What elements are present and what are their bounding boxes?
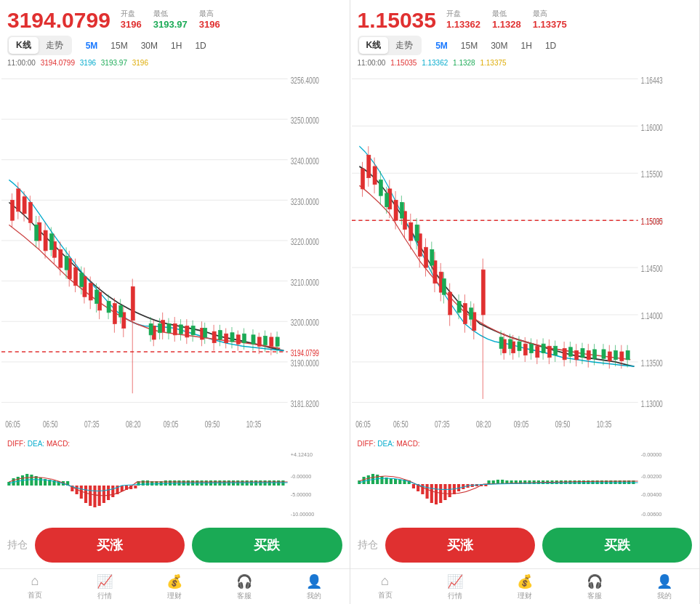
left-nav-home[interactable]: ⌂ 首页 [0,573,70,601]
svg-text:-5.00000: -5.00000 [291,492,312,498]
svg-rect-137 [218,331,222,339]
right-period-1h[interactable]: 1H [516,39,537,53]
left-tab-kline[interactable]: K线 [9,37,39,54]
svg-rect-442 [434,484,437,504]
left-nav-finance[interactable]: 💰 理财 [140,573,209,601]
svg-rect-218 [93,486,96,507]
left-low-value: 3193.97 [153,19,188,30]
left-period-5m[interactable]: 5M [81,39,103,53]
svg-rect-128 [179,325,182,334]
svg-rect-303 [547,346,551,357]
svg-rect-440 [425,484,428,499]
svg-rect-422 [568,480,571,484]
left-nav-service[interactable]: 🎧 客服 [209,573,279,601]
right-nav-home[interactable]: ⌂ 首页 [350,573,420,601]
svg-rect-171 [30,475,33,486]
svg-text:1.14500: 1.14500 [640,264,662,274]
svg-text:06:05: 06:05 [355,419,371,429]
right-action-bar: 持仓 买涨 买跌 [350,522,700,568]
left-buy-down-button[interactable]: 买跌 [192,528,342,563]
svg-rect-375 [613,350,617,359]
right-nav-market[interactable]: 📈 行情 [420,573,490,601]
svg-rect-140 [230,333,234,342]
right-panel: 1.15035 开盘 1.13362 最低 1.1328 最高 1.13375 … [350,0,701,604]
left-open-item: 开盘 3196 [121,9,142,30]
left-tab-trend[interactable]: 走势 [39,37,71,54]
left-info-v2: 3196 [80,59,96,67]
svg-rect-53 [89,283,92,300]
svg-rect-23 [17,189,20,212]
right-buy-down-button[interactable]: 买跌 [542,528,692,563]
svg-rect-125 [167,323,171,332]
right-nav-finance[interactable]: 💰 理财 [490,573,560,601]
left-nav-market[interactable]: 📈 行情 [70,573,140,601]
left-home-icon: ⌂ [31,573,39,589]
svg-rect-357 [542,344,545,353]
left-period-15m[interactable]: 15M [105,39,132,53]
svg-text:08:20: 08:20 [475,419,491,429]
svg-rect-270 [424,247,427,267]
left-period-30m[interactable]: 30M [136,39,163,53]
left-buy-up-button[interactable]: 买涨 [35,528,185,563]
svg-text:3220.0000: 3220.0000 [291,236,319,246]
left-high-label: 最高 [199,9,214,19]
svg-rect-221 [107,486,110,500]
left-period-1d[interactable]: 1D [190,39,211,53]
right-tab-trend[interactable]: 走势 [388,37,420,54]
right-main-price: 1.15035 [358,9,436,31]
svg-rect-378 [626,350,629,359]
right-nav-service[interactable]: 🎧 客服 [560,573,629,601]
left-high-value: 3196 [199,19,220,30]
svg-text:06:50: 06:50 [393,419,408,429]
right-buy-up-button[interactable]: 买涨 [385,528,535,563]
svg-rect-173 [39,478,42,486]
right-tab-kline[interactable]: K线 [359,37,389,54]
svg-rect-333 [430,249,433,265]
right-macd-label: DIFF: DEA: MACD: [350,438,700,449]
svg-text:-0.00200: -0.00200 [640,474,661,480]
right-info-v1: 1.15035 [390,59,417,67]
right-nav-service-label: 客服 [587,591,602,601]
svg-rect-65 [131,286,134,320]
svg-text:-0.00600: -0.00600 [640,512,661,518]
right-period-30m[interactable]: 30M [486,39,512,53]
svg-rect-288 [481,270,485,315]
svg-rect-428 [595,480,598,484]
svg-rect-86 [225,334,228,342]
right-period-5m[interactable]: 5M [430,39,453,53]
left-hold-text: 持仓 [7,539,28,552]
right-service-icon: 🎧 [587,573,603,589]
right-high-item: 最高 1.13375 [533,9,567,30]
right-nav-profile[interactable]: 👤 我的 [629,573,699,601]
svg-rect-366 [580,348,584,357]
right-price-header: 1.15035 开盘 1.13362 最低 1.1328 最高 1.13375 [350,6,700,33]
svg-rect-216 [84,486,87,503]
svg-rect-339 [457,301,461,312]
left-period-1h[interactable]: 1H [166,39,187,53]
svg-text:+4.12410: +4.12410 [291,452,313,458]
left-info-time: 11:00:00 [7,59,36,67]
svg-rect-35 [44,230,47,251]
svg-rect-119 [149,323,153,334]
right-period-15m[interactable]: 15M [456,39,483,53]
right-chart-svg: 1.16443 1.16000 1.15500 1.15000 1.14500 … [352,68,699,438]
svg-rect-166 [7,482,10,486]
right-macd-area: -0.00000 -0.00200 -0.00400 -0.00600 [352,449,699,522]
svg-text:09:05: 09:05 [513,419,528,429]
right-info-v2: 1.13362 [422,59,448,67]
svg-text:1.13500: 1.13500 [640,358,662,368]
svg-text:3194.0799: 3194.0799 [291,347,319,358]
right-macd-svg: -0.00000 -0.00200 -0.00400 -0.00600 [352,449,699,522]
svg-rect-122 [158,323,161,332]
svg-text:3200.0000: 3200.0000 [291,318,319,328]
right-dea-label: DEA: [377,440,394,448]
left-nav-profile[interactable]: 👤 我的 [279,573,349,601]
svg-rect-327 [400,202,403,218]
svg-rect-424 [577,480,580,484]
left-panel: 3194.0799 开盘 3196 最低 3193.97 最高 3196 K线 … [0,0,350,604]
right-period-1d[interactable]: 1D [540,39,561,53]
svg-rect-345 [499,337,503,348]
svg-rect-29 [28,202,32,222]
right-chart-area: 1.16443 1.16000 1.15500 1.15000 1.14500 … [352,68,699,438]
right-info-v3: 1.1328 [453,59,475,67]
